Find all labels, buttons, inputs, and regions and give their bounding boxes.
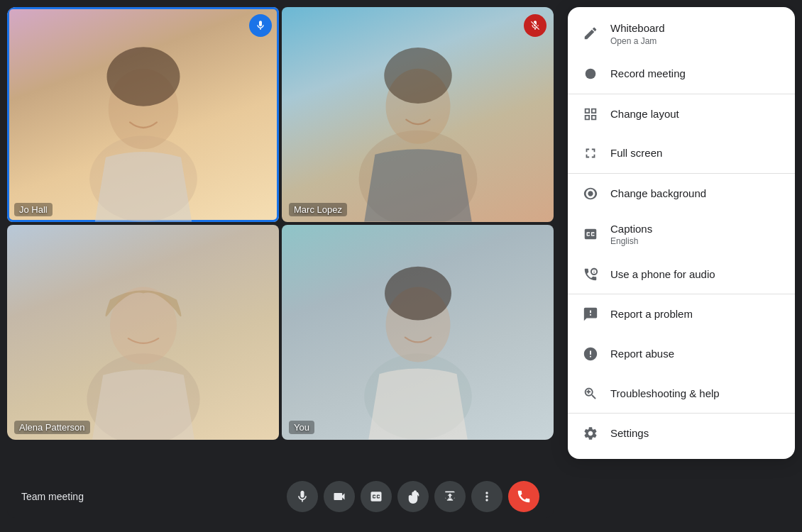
fullscreen-label: Full screen [610,146,662,160]
menu-item-fullscreen[interactable]: Full screen [568,134,795,174]
captions-button[interactable] [361,481,392,512]
report-abuse-label: Report abuse [610,347,674,361]
record-label: Record meeting [610,67,686,81]
participant-name-jo: Jo Hall [14,203,53,216]
menu-item-settings[interactable]: Settings [568,414,795,453]
mic-button[interactable] [287,481,318,512]
report-problem-label: Report a problem [610,307,693,321]
svg-point-11 [586,69,596,79]
report-problem-text: Report a problem [610,307,693,321]
participant-name-you: You [289,421,314,434]
menu-item-whiteboard[interactable]: Whiteboard Open a Jam [568,13,795,55]
end-call-button[interactable] [508,481,539,512]
svg-point-10 [385,267,451,321]
raise-hand-button[interactable] [397,481,429,512]
toolbar-controls [287,481,539,512]
more-options-button[interactable] [471,481,502,512]
menu-item-phone-audio[interactable]: Use a phone for audio [568,255,795,294]
menu-item-captions[interactable]: Captions English [568,214,795,255]
toolbar: Team meeting [7,475,554,518]
menu-item-record[interactable]: Record meeting [568,55,795,94]
camera-button[interactable] [324,481,355,512]
settings-text: Settings [610,426,649,440]
phone-icon [582,266,599,283]
captions-text: Captions English [610,222,652,247]
menu-item-report-problem[interactable]: Report a problem [568,294,795,334]
record-text: Record meeting [610,67,686,81]
captions-label: Captions [610,222,652,236]
layout-label: Change layout [610,107,679,121]
whiteboard-sublabel: Open a Jam [610,36,665,46]
record-icon [582,65,599,82]
captions-sublabel: English [610,236,652,246]
layout-text: Change layout [610,107,679,121]
menu-item-report-abuse[interactable]: Report abuse [568,334,795,374]
svg-point-5 [384,48,451,104]
phone-audio-label: Use a phone for audio [610,267,715,282]
svg-point-2 [106,48,180,106]
video-tile-jo: Jo Hall [7,7,279,222]
participant-name-marc: Marc Lopez [289,203,347,216]
video-tile-alena: Alena Patterson [7,225,279,440]
whiteboard-label: Whiteboard [610,21,665,35]
troubleshooting-label: Troubleshooting & help [610,387,720,401]
help-icon [582,385,599,402]
troubleshooting-text: Troubleshooting & help [610,387,720,401]
whiteboard-icon [582,25,599,42]
phone-audio-text: Use a phone for audio [610,267,715,282]
meeting-title: Team meeting [21,491,84,502]
report-abuse-text: Report abuse [610,347,674,361]
active-speaker-indicator [249,14,272,37]
layout-icon [582,106,599,123]
report-abuse-icon [582,345,599,362]
context-menu: Whiteboard Open a Jam Record meeting Cha… [568,7,795,459]
video-tile-marc: Marc Lopez [282,7,554,222]
whiteboard-text: Whiteboard Open a Jam [610,21,665,46]
settings-label: Settings [610,426,649,440]
settings-icon [582,425,599,442]
background-icon [582,185,599,202]
menu-item-change-layout[interactable]: Change layout [568,94,795,134]
captions-icon [582,226,599,243]
background-text: Change background [610,187,706,201]
fullscreen-icon [582,145,599,162]
background-label: Change background [610,187,706,201]
muted-indicator-marc [524,14,546,37]
menu-item-troubleshooting[interactable]: Troubleshooting & help [568,374,795,414]
video-grid: Jo Hall Marc Lopez [7,7,554,440]
participant-name-alena: Alena Patterson [14,421,90,434]
report-problem-icon [582,306,599,323]
fullscreen-text: Full screen [610,146,662,160]
present-button[interactable] [434,481,466,512]
video-tile-you: You [282,225,554,440]
menu-item-change-background[interactable]: Change background [568,174,795,214]
